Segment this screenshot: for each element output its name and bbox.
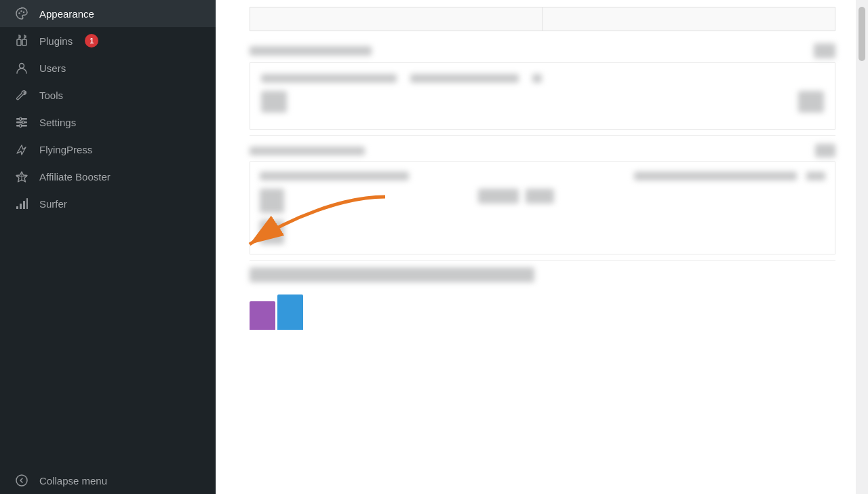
blurred-row-3a [260, 172, 825, 180]
scrollbar-thumb[interactable] [859, 7, 865, 61]
blurred-row-2b [261, 91, 824, 113]
bar-purple [250, 301, 275, 330]
blurred-btn-3 [815, 144, 835, 157]
sidebar-item-settings[interactable]: Settings [0, 109, 216, 136]
svg-rect-16 [20, 204, 22, 209]
affiliate-booster-icon [12, 170, 31, 183]
sidebar-item-appearance[interactable]: Appearance [0, 0, 216, 27]
sidebar-item-label-users: Users [39, 62, 66, 74]
svg-point-1 [20, 10, 22, 12]
blurred-row-3c [260, 220, 825, 244]
svg-rect-15 [16, 206, 18, 209]
svg-rect-17 [23, 201, 25, 209]
plugins-icon [12, 34, 31, 48]
sidebar-item-collapse[interactable]: Collapse menu [0, 467, 216, 494]
blurred-text-2c [532, 74, 542, 83]
sidebar-item-users[interactable]: Users [0, 54, 216, 81]
header-row [250, 7, 835, 31]
blurred-btn-2a [261, 91, 287, 113]
svg-point-19 [16, 475, 27, 486]
blurred-btn-2b [798, 91, 824, 113]
blurred-text-2a [261, 74, 397, 83]
blurred-bar-4 [250, 267, 534, 282]
appearance-icon [12, 7, 31, 20]
blurred-row-2a [261, 74, 824, 83]
blurred-btn-3c [478, 189, 519, 204]
svg-rect-4 [22, 39, 26, 45]
blurred-row-4 [250, 260, 835, 289]
bar-blue [277, 294, 303, 330]
svg-rect-18 [26, 198, 28, 209]
sidebar-item-label-collapse: Collapse menu [39, 475, 107, 487]
blurred-text-3c [806, 172, 825, 180]
scrollbar[interactable] [856, 0, 868, 494]
svg-point-2 [23, 12, 25, 14]
header-col-left [250, 7, 543, 31]
svg-rect-7 [16, 121, 27, 124]
sidebar: Appearance Plugins 1 Users T [0, 0, 216, 494]
blurred-text-2b [410, 74, 519, 83]
blurred-icon-3a [260, 189, 284, 213]
blurred-row-3b [260, 189, 825, 213]
svg-point-0 [18, 12, 20, 14]
svg-rect-11 [20, 124, 22, 128]
blurred-section-3 [250, 162, 835, 254]
settings-icon [12, 115, 31, 129]
svg-rect-3 [17, 39, 21, 45]
sidebar-item-label-surfer: Surfer [39, 198, 67, 210]
blurred-text-3b [634, 172, 797, 180]
sidebar-item-flyingpress[interactable]: FlyingPress [0, 136, 216, 163]
sidebar-item-label-appearance: Appearance [39, 8, 94, 20]
color-bars-section [250, 289, 835, 335]
sidebar-item-surfer[interactable]: Surfer [0, 190, 216, 217]
blurred-row-1 [250, 34, 835, 62]
sidebar-item-label-flyingpress: FlyingPress [39, 144, 92, 155]
sidebar-item-affiliate-booster[interactable]: Affiliate Booster [0, 163, 216, 190]
surfer-icon [12, 197, 31, 210]
blurred-text-1 [250, 46, 372, 56]
sidebar-item-label-plugins: Plugins [39, 35, 73, 47]
sidebar-item-plugins[interactable]: Plugins 1 [0, 27, 216, 54]
main-content[interactable] [216, 0, 856, 494]
blurred-text-3a [260, 172, 409, 180]
collapse-icon [12, 474, 31, 487]
blurred-btn-3d [526, 189, 554, 204]
header-col-right [543, 7, 835, 31]
blurred-btn-1 [814, 43, 835, 58]
sidebar-item-tools[interactable]: Tools [0, 81, 216, 109]
blurred-text-3 [250, 147, 365, 155]
flyingpress-icon [12, 142, 31, 156]
sidebar-item-label-affiliate-booster: Affiliate Booster [39, 171, 111, 183]
svg-rect-9 [20, 117, 22, 121]
sidebar-item-label-settings: Settings [39, 117, 76, 128]
users-icon [12, 61, 31, 75]
plugins-badge: 1 [85, 34, 98, 48]
svg-rect-10 [22, 121, 24, 124]
tools-icon [12, 88, 31, 102]
blurred-icon-3b [260, 220, 284, 244]
svg-point-5 [20, 64, 24, 69]
blurred-row-3 [250, 135, 835, 162]
blurred-section-2 [250, 62, 835, 130]
sidebar-item-label-tools: Tools [39, 90, 63, 101]
